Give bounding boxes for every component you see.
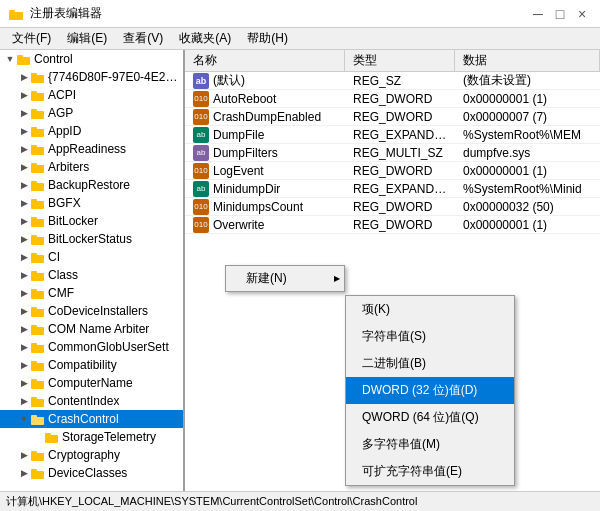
table-row[interactable]: abMinidumpDirREG_EXPAND_SZ%SystemRoot%\M… <box>185 180 600 198</box>
tree-item-compatibility[interactable]: ▶Compatibility <box>0 356 183 374</box>
table-row[interactable]: 010OverwriteREG_DWORD0x00000001 (1) <box>185 216 600 234</box>
cell-data: 0x00000001 (1) <box>455 91 600 107</box>
svg-rect-1 <box>9 12 23 20</box>
tree-item-7746[interactable]: ▶{7746D80F-97E0-4E26-... <box>0 68 183 86</box>
svg-rect-19 <box>31 201 44 209</box>
tree-expander-7746: ▶ <box>18 71 30 83</box>
tree-expander-appreadiness: ▶ <box>18 143 30 155</box>
tree-item-commonglobusersett[interactable]: ▶CommonGlobUserSett <box>0 338 183 356</box>
tree-item-bitlocker[interactable]: ▶BitLocker <box>0 212 183 230</box>
svg-rect-27 <box>31 273 44 281</box>
menu-item-f[interactable]: 文件(F) <box>4 28 59 49</box>
tree-expander-crashcontrol: ▼ <box>18 413 30 425</box>
folder-icon-crashcontrol <box>30 411 46 427</box>
new-menu: 新建(N) <box>225 265 345 292</box>
tree-label-bitlockerstatus: BitLockerStatus <box>48 232 132 246</box>
table-row[interactable]: 010AutoRebootREG_DWORD0x00000001 (1) <box>185 90 600 108</box>
tree-expander-storagetelemetry <box>32 431 44 443</box>
cell-data: 0x00000001 (1) <box>455 163 600 179</box>
value-name: AutoReboot <box>213 92 276 106</box>
menu-item-v[interactable]: 查看(V) <box>115 28 171 49</box>
table-row[interactable]: 010LogEventREG_DWORD0x00000001 (1) <box>185 162 600 180</box>
cell-type: REG_DWORD <box>345 217 455 233</box>
tree-label-commonglobusersett: CommonGlobUserSett <box>48 340 169 354</box>
cell-data: %SystemRoot%\MEM <box>455 127 600 143</box>
menu-item-h[interactable]: 帮助(H) <box>239 28 296 49</box>
folder-icon-cmf <box>30 285 46 301</box>
table-row[interactable]: 010MinidumpsCountREG_DWORD0x00000032 (50… <box>185 198 600 216</box>
tree-item-agp[interactable]: ▶AGP <box>0 104 183 122</box>
tree-item-arbiters[interactable]: ▶Arbiters <box>0 158 183 176</box>
folder-icon-comnamearbiter <box>30 321 46 337</box>
value-name: DumpFilters <box>213 146 278 160</box>
tree-item-cryptography[interactable]: ▶Cryptography <box>0 446 183 464</box>
folder-icon-bitlocker <box>30 213 46 229</box>
sub-menu-item[interactable]: DWORD (32 位)值(D) <box>346 377 514 404</box>
value-name: MinidumpDir <box>213 182 280 196</box>
tree-item-storagetelemetry[interactable]: StorageTelemetry <box>0 428 183 446</box>
table-row[interactable]: abDumpFiltersREG_MULTI_SZdumpfve.sys <box>185 144 600 162</box>
folder-icon-acpi <box>30 87 46 103</box>
cell-name: abDumpFile <box>185 126 345 144</box>
title-controls: ─ □ × <box>528 4 592 24</box>
cell-name: 010AutoReboot <box>185 90 345 108</box>
sub-menu-item[interactable]: 可扩充字符串值(E) <box>346 458 514 485</box>
tree-item-comnamearbiter[interactable]: ▶COM Name Arbiter <box>0 320 183 338</box>
menu-item-a[interactable]: 收藏夹(A) <box>171 28 239 49</box>
table-row[interactable]: 010CrashDumpEnabledREG_DWORD0x00000007 (… <box>185 108 600 126</box>
sub-menu-item[interactable]: 二进制值(B) <box>346 350 514 377</box>
tree-item-appreadiness[interactable]: ▶AppReadiness <box>0 140 183 158</box>
cell-data: 0x00000001 (1) <box>455 217 600 233</box>
tree-item-control[interactable]: ▼Control <box>0 50 183 68</box>
table-row[interactable]: ab(默认)REG_SZ(数值未设置) <box>185 72 600 90</box>
tree-expander-cryptography: ▶ <box>18 449 30 461</box>
menu-bar: 文件(F)编辑(E)查看(V)收藏夹(A)帮助(H) <box>0 28 600 50</box>
table-row[interactable]: abDumpFileREG_EXPAND_SZ%SystemRoot%\MEM <box>185 126 600 144</box>
cell-type: REG_EXPAND_SZ <box>345 181 455 197</box>
tree-item-contentindex[interactable]: ▶ContentIndex <box>0 392 183 410</box>
folder-icon-compatibility <box>30 357 46 373</box>
cell-name: 010CrashDumpEnabled <box>185 108 345 126</box>
folder-icon-bgfx <box>30 195 46 211</box>
sub-menu-item[interactable]: 字符串值(S) <box>346 323 514 350</box>
tree-item-acpi[interactable]: ▶ACPI <box>0 86 183 104</box>
col-header-type: 类型 <box>345 50 455 71</box>
tree-item-computername[interactable]: ▶ComputerName <box>0 374 183 392</box>
svg-rect-7 <box>31 93 44 101</box>
tree-item-backuprestore[interactable]: ▶BackupRestore <box>0 176 183 194</box>
new-menu-trigger[interactable]: 新建(N) <box>226 266 344 291</box>
value-name: MinidumpsCount <box>213 200 303 214</box>
sub-menu-item[interactable]: 多字符串值(M) <box>346 431 514 458</box>
sub-menu-item[interactable]: QWORD (64 位)值(Q) <box>346 404 514 431</box>
tree-item-ci[interactable]: ▶CI <box>0 248 183 266</box>
menu-item-e[interactable]: 编辑(E) <box>59 28 115 49</box>
tree-expander-acpi: ▶ <box>18 89 30 101</box>
value-icon: ab <box>193 145 209 161</box>
value-icon: ab <box>193 127 209 143</box>
folder-icon-codeviceinstallers <box>30 303 46 319</box>
folder-icon-storagetelemetry <box>44 429 60 445</box>
cell-data: (数值未设置) <box>455 71 600 90</box>
tree-item-deviceclasses[interactable]: ▶DeviceClasses <box>0 464 183 482</box>
tree-item-bitlockerstatus[interactable]: ▶BitLockerStatus <box>0 230 183 248</box>
tree-expander-bitlocker: ▶ <box>18 215 30 227</box>
svg-rect-49 <box>31 471 44 479</box>
svg-rect-31 <box>31 309 44 317</box>
tree-item-codeviceinstallers[interactable]: ▶CoDeviceInstallers <box>0 302 183 320</box>
window-title: 注册表编辑器 <box>30 5 102 22</box>
minimize-button[interactable]: ─ <box>528 4 548 24</box>
close-button[interactable]: × <box>572 4 592 24</box>
tree-item-crashcontrol[interactable]: ▼CrashControl <box>0 410 183 428</box>
tree-item-appid[interactable]: ▶AppID <box>0 122 183 140</box>
tree-item-cmf[interactable]: ▶CMF <box>0 284 183 302</box>
svg-rect-0 <box>9 10 15 12</box>
cell-type: REG_DWORD <box>345 163 455 179</box>
sub-menu-item[interactable]: 项(K) <box>346 296 514 323</box>
tree-item-bgfx[interactable]: ▶BGFX <box>0 194 183 212</box>
cell-name: abMinidumpDir <box>185 180 345 198</box>
maximize-button[interactable]: □ <box>550 4 570 24</box>
tree-item-class[interactable]: ▶Class <box>0 266 183 284</box>
tree-label-arbiters: Arbiters <box>48 160 89 174</box>
tree-expander-bitlockerstatus: ▶ <box>18 233 30 245</box>
right-pane: 名称 类型 数据 ab(默认)REG_SZ(数值未设置)010AutoReboo… <box>185 50 600 491</box>
